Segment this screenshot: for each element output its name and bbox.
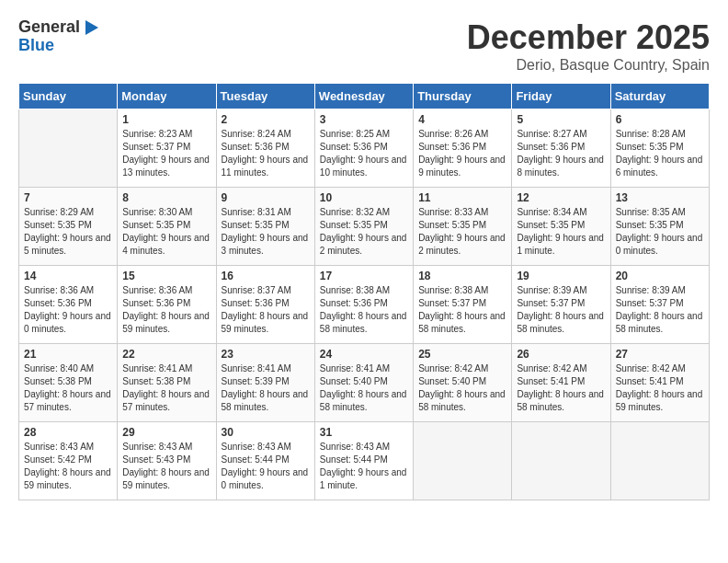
calendar-cell: 14Sunrise: 8:36 AMSunset: 5:36 PMDayligh… [19, 266, 118, 344]
calendar-cell: 26Sunrise: 8:42 AMSunset: 5:41 PMDayligh… [512, 344, 610, 422]
calendar-cell: 12Sunrise: 8:34 AMSunset: 5:35 PMDayligh… [512, 188, 610, 266]
day-info: Sunrise: 8:37 AMSunset: 5:36 PMDaylight:… [222, 284, 310, 336]
calendar-cell [512, 422, 610, 500]
svg-marker-0 [85, 20, 98, 35]
day-info: Sunrise: 8:39 AMSunset: 5:37 PMDaylight:… [517, 284, 605, 336]
calendar-cell: 25Sunrise: 8:42 AMSunset: 5:40 PMDayligh… [414, 344, 512, 422]
day-info: Sunrise: 8:43 AMSunset: 5:42 PMDaylight:… [24, 441, 112, 492]
calendar-cell: 22Sunrise: 8:41 AMSunset: 5:38 PMDayligh… [118, 344, 216, 422]
day-number: 14 [24, 270, 112, 282]
day-info: Sunrise: 8:40 AMSunset: 5:38 PMDaylight:… [24, 362, 112, 414]
header-section: GeneralBlue December 2025 Derio, Basque … [18, 18, 710, 74]
calendar-cell: 5Sunrise: 8:27 AMSunset: 5:36 PMDaylight… [512, 109, 610, 188]
day-info: Sunrise: 8:29 AMSunset: 5:35 PMDaylight:… [24, 206, 112, 258]
day-number: 12 [517, 191, 605, 204]
day-info: Sunrise: 8:32 AMSunset: 5:35 PMDaylight:… [320, 206, 408, 258]
calendar-cell: 24Sunrise: 8:41 AMSunset: 5:40 PMDayligh… [314, 344, 413, 422]
day-number: 17 [320, 270, 408, 282]
day-number: 4 [418, 113, 506, 126]
day-number: 1 [122, 113, 210, 126]
day-info: Sunrise: 8:30 AMSunset: 5:35 PMDaylight:… [122, 206, 210, 258]
day-number: 18 [418, 270, 506, 282]
calendar-cell: 6Sunrise: 8:28 AMSunset: 5:35 PMDaylight… [610, 109, 709, 188]
calendar-cell: 9Sunrise: 8:31 AMSunset: 5:35 PMDaylight… [216, 188, 314, 266]
day-number: 3 [320, 113, 408, 126]
calendar-table: SundayMondayTuesdayWednesdayThursdayFrid… [18, 83, 710, 500]
calendar-cell: 3Sunrise: 8:25 AMSunset: 5:36 PMDaylight… [314, 109, 413, 188]
calendar-cell: 17Sunrise: 8:38 AMSunset: 5:36 PMDayligh… [314, 266, 413, 344]
day-number: 9 [222, 191, 310, 204]
calendar-week-row: 14Sunrise: 8:36 AMSunset: 5:36 PMDayligh… [19, 266, 710, 344]
day-info: Sunrise: 8:24 AMSunset: 5:36 PMDaylight:… [222, 128, 310, 179]
location-subtitle: Derio, Basque Country, Spain [467, 57, 710, 74]
calendar-cell [414, 422, 512, 500]
weekday-header: Thursday [414, 84, 512, 109]
day-info: Sunrise: 8:38 AMSunset: 5:37 PMDaylight:… [418, 284, 506, 336]
day-number: 16 [222, 270, 310, 282]
day-number: 30 [222, 426, 310, 439]
calendar-week-row: 28Sunrise: 8:43 AMSunset: 5:42 PMDayligh… [19, 422, 710, 500]
day-info: Sunrise: 8:42 AMSunset: 5:40 PMDaylight:… [418, 362, 506, 414]
calendar-cell: 10Sunrise: 8:32 AMSunset: 5:35 PMDayligh… [314, 188, 413, 266]
day-number: 23 [222, 348, 310, 361]
day-info: Sunrise: 8:28 AMSunset: 5:35 PMDaylight:… [616, 128, 704, 179]
day-number: 5 [517, 113, 605, 126]
day-info: Sunrise: 8:38 AMSunset: 5:36 PMDaylight:… [320, 284, 408, 336]
logo: GeneralBlue [18, 18, 100, 55]
day-number: 8 [122, 191, 210, 204]
day-number: 27 [616, 348, 704, 361]
day-info: Sunrise: 8:36 AMSunset: 5:36 PMDaylight:… [24, 284, 112, 336]
calendar-cell: 21Sunrise: 8:40 AMSunset: 5:38 PMDayligh… [19, 344, 118, 422]
calendar-cell: 18Sunrise: 8:38 AMSunset: 5:37 PMDayligh… [414, 266, 512, 344]
day-info: Sunrise: 8:36 AMSunset: 5:36 PMDaylight:… [122, 284, 210, 336]
weekday-header: Friday [512, 84, 610, 109]
calendar-week-row: 1Sunrise: 8:23 AMSunset: 5:37 PMDaylight… [19, 109, 710, 188]
calendar-week-row: 21Sunrise: 8:40 AMSunset: 5:38 PMDayligh… [19, 344, 710, 422]
day-info: Sunrise: 8:31 AMSunset: 5:35 PMDaylight:… [222, 206, 310, 258]
day-number: 31 [320, 426, 408, 439]
day-info: Sunrise: 8:43 AMSunset: 5:44 PMDaylight:… [320, 441, 408, 492]
calendar-cell: 13Sunrise: 8:35 AMSunset: 5:35 PMDayligh… [610, 188, 709, 266]
calendar-cell [19, 109, 118, 188]
day-number: 24 [320, 348, 408, 361]
day-info: Sunrise: 8:42 AMSunset: 5:41 PMDaylight:… [616, 362, 704, 414]
day-number: 7 [24, 191, 112, 204]
weekday-header: Sunday [19, 84, 118, 109]
calendar-cell: 23Sunrise: 8:41 AMSunset: 5:39 PMDayligh… [216, 344, 314, 422]
day-number: 15 [122, 270, 210, 282]
calendar-cell: 4Sunrise: 8:26 AMSunset: 5:36 PMDaylight… [414, 109, 512, 188]
day-number: 29 [122, 426, 210, 439]
day-info: Sunrise: 8:33 AMSunset: 5:35 PMDaylight:… [418, 206, 506, 258]
weekday-header-row: SundayMondayTuesdayWednesdayThursdayFrid… [19, 84, 710, 109]
month-year-title: December 2025 [467, 18, 710, 57]
calendar-cell: 31Sunrise: 8:43 AMSunset: 5:44 PMDayligh… [314, 422, 413, 500]
day-info: Sunrise: 8:27 AMSunset: 5:36 PMDaylight:… [517, 128, 605, 179]
calendar-cell: 2Sunrise: 8:24 AMSunset: 5:36 PMDaylight… [216, 109, 314, 188]
day-number: 21 [24, 348, 112, 361]
calendar-cell: 27Sunrise: 8:42 AMSunset: 5:41 PMDayligh… [610, 344, 709, 422]
day-number: 13 [616, 191, 704, 204]
day-info: Sunrise: 8:39 AMSunset: 5:37 PMDaylight:… [616, 284, 704, 336]
weekday-header: Monday [118, 84, 216, 109]
calendar-cell: 16Sunrise: 8:37 AMSunset: 5:36 PMDayligh… [216, 266, 314, 344]
day-info: Sunrise: 8:41 AMSunset: 5:40 PMDaylight:… [320, 362, 408, 414]
calendar-cell: 29Sunrise: 8:43 AMSunset: 5:43 PMDayligh… [118, 422, 216, 500]
day-number: 20 [616, 270, 704, 282]
calendar-week-row: 7Sunrise: 8:29 AMSunset: 5:35 PMDaylight… [19, 188, 710, 266]
weekday-header: Saturday [610, 84, 709, 109]
calendar-cell: 28Sunrise: 8:43 AMSunset: 5:42 PMDayligh… [19, 422, 118, 500]
calendar-cell: 7Sunrise: 8:29 AMSunset: 5:35 PMDaylight… [19, 188, 118, 266]
day-number: 6 [616, 113, 704, 126]
day-info: Sunrise: 8:41 AMSunset: 5:39 PMDaylight:… [222, 362, 310, 414]
day-info: Sunrise: 8:42 AMSunset: 5:41 PMDaylight:… [517, 362, 605, 414]
day-number: 10 [320, 191, 408, 204]
day-number: 26 [517, 348, 605, 361]
day-info: Sunrise: 8:26 AMSunset: 5:36 PMDaylight:… [418, 128, 506, 179]
day-number: 2 [222, 113, 310, 126]
day-info: Sunrise: 8:43 AMSunset: 5:43 PMDaylight:… [122, 441, 210, 492]
calendar-cell [610, 422, 709, 500]
calendar-cell: 15Sunrise: 8:36 AMSunset: 5:36 PMDayligh… [118, 266, 216, 344]
day-number: 25 [418, 348, 506, 361]
day-info: Sunrise: 8:35 AMSunset: 5:35 PMDaylight:… [616, 206, 704, 258]
day-number: 11 [418, 191, 506, 204]
